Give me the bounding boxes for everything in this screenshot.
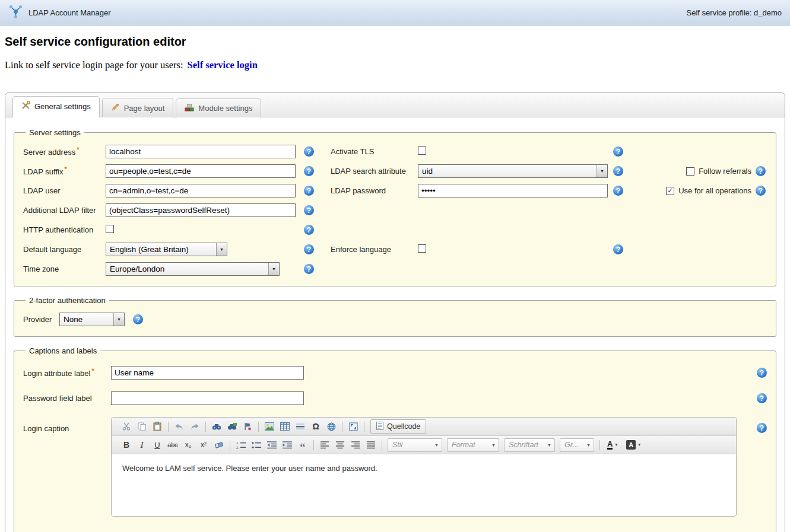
help-icon[interactable]: ? [304,166,314,176]
help-icon[interactable]: ? [757,368,767,378]
default-language-row: Default language English (Great Britain)… [23,240,767,259]
italic-button[interactable]: I [135,438,149,452]
bold-button[interactable]: B [119,438,134,452]
indent-icon[interactable] [280,438,294,452]
redo-icon[interactable] [188,419,202,434]
select-value: Europe/London [106,263,268,275]
two-factor-fieldset: 2-factor authentication Provider None ▼ … [14,296,776,337]
help-icon[interactable]: ? [756,166,766,176]
bulleted-list-icon[interactable] [249,438,264,452]
brand: LDAP Account Manager [8,4,111,21]
help-icon[interactable]: ? [304,244,314,254]
help-icon[interactable]: ? [757,423,767,433]
activate-tls-checkbox[interactable] [418,146,426,155]
help-icon[interactable]: ? [133,314,143,324]
subscript-button[interactable]: x₂ [181,438,195,452]
outdent-icon[interactable] [265,438,279,452]
tab-label: Module settings [198,104,252,113]
iframe-globe-icon[interactable] [324,419,338,434]
styles-dropdown[interactable]: Stil ▼ [388,438,442,452]
help-icon[interactable]: ? [756,186,766,196]
time-zone-row: Time zone Europe/London ▼ ? [23,259,767,279]
time-zone-select[interactable]: Europe/London ▼ [106,262,280,276]
align-justify-icon[interactable] [364,438,378,452]
ldap-search-attribute-select[interactable]: uid ▼ [418,164,608,178]
find-icon[interactable] [210,419,224,434]
special-char-icon[interactable]: Ω [309,419,323,434]
ldap-password-label: LDAP password [331,186,418,195]
select-value: uid [418,165,597,177]
background-color-button[interactable]: A ▼ [623,438,644,452]
help-icon[interactable]: ? [304,264,314,274]
tab-page-layout[interactable]: Page layout [102,98,174,117]
server-address-input[interactable] [106,145,296,158]
blockquote-icon[interactable]: “ [296,438,310,452]
help-icon[interactable]: ? [613,146,623,157]
help-icon[interactable]: ? [304,146,314,157]
underline-button[interactable]: U [150,438,164,452]
maximize-icon[interactable] [346,419,360,434]
help-icon[interactable]: ? [304,225,314,235]
self-service-login-link[interactable]: Self service login [188,59,258,71]
additional-ldap-filter-input[interactable] [106,203,296,217]
caret-icon: ▼ [547,443,551,447]
source-code-icon [376,422,383,432]
ldap-password-input[interactable] [418,184,608,197]
login-attribute-label: Login attribute label* [23,367,111,378]
follow-referrals-checkbox[interactable] [686,167,694,176]
use-for-all-operations-checkbox[interactable]: ✓ [666,187,674,195]
strikethrough-button[interactable]: abc [166,438,180,452]
background-color-letter: A [626,440,636,450]
help-icon[interactable]: ? [304,205,314,215]
enforce-language-checkbox[interactable] [418,244,426,253]
login-attribute-row: Login attribute label* ? [23,360,767,386]
size-dropdown[interactable]: Gr... ▼ [560,438,594,452]
provider-select[interactable]: None ▼ [59,313,125,326]
image-icon[interactable] [262,419,277,434]
login-attribute-input[interactable] [111,366,304,380]
help-icon[interactable]: ? [613,166,623,176]
editor-content[interactable]: Welcome to LAM self service. Please ente… [112,454,736,516]
ldap-suffix-input[interactable] [106,164,296,178]
password-field-label-input[interactable] [111,391,304,405]
http-authentication-checkbox[interactable] [106,225,114,233]
profile-label: Self service profile: d_demo [687,8,782,17]
format-dropdown[interactable]: Format ▼ [447,438,499,452]
enforce-language-label: Enforce language [331,245,418,254]
superscript-button[interactable]: x² [196,438,211,452]
align-right-icon[interactable] [348,438,363,452]
source-button[interactable]: Quellcode [370,419,426,434]
replace-icon[interactable] [225,419,239,434]
help-icon[interactable]: ? [304,186,314,196]
dropdown-value: Stil [392,441,402,449]
undo-icon[interactable] [172,419,186,434]
http-authentication-row: HTTP authentication ? [23,220,767,240]
align-center-icon[interactable] [333,438,347,452]
dropdown-value: Format [452,441,475,449]
spellcheck-flag-icon[interactable] [240,419,255,434]
server-settings-legend: Server settings [26,128,84,137]
default-language-select[interactable]: English (Great Britain) ▼ [106,243,227,256]
align-left-icon[interactable] [318,438,332,452]
numbered-list-icon[interactable]: 1.2. [234,438,248,452]
copy-icon[interactable] [135,419,149,434]
tab-general-settings[interactable]: General settings [12,96,100,117]
horizontal-rule-icon[interactable] [293,419,307,434]
text-color-button[interactable]: A ▼ [604,438,621,452]
help-icon[interactable]: ? [757,393,767,403]
help-icon[interactable]: ? [613,186,623,196]
table-icon[interactable] [278,419,292,434]
activate-tls-label: Activate TLS [331,147,418,156]
tab-module-settings[interactable]: Module settings [176,98,261,117]
toolbar-separator [313,440,314,450]
paste-icon[interactable] [150,419,164,434]
help-icon[interactable]: ? [613,244,623,254]
remove-format-icon[interactable] [212,438,226,452]
pencil-icon [111,103,120,113]
toolbar-separator [342,422,342,432]
ldap-user-input[interactable] [106,184,296,197]
toolbar-separator [230,440,230,450]
cut-icon[interactable] [119,419,134,434]
select-arrow-icon: ▼ [597,165,607,177]
font-dropdown[interactable]: Schriftart ▼ [504,438,555,452]
